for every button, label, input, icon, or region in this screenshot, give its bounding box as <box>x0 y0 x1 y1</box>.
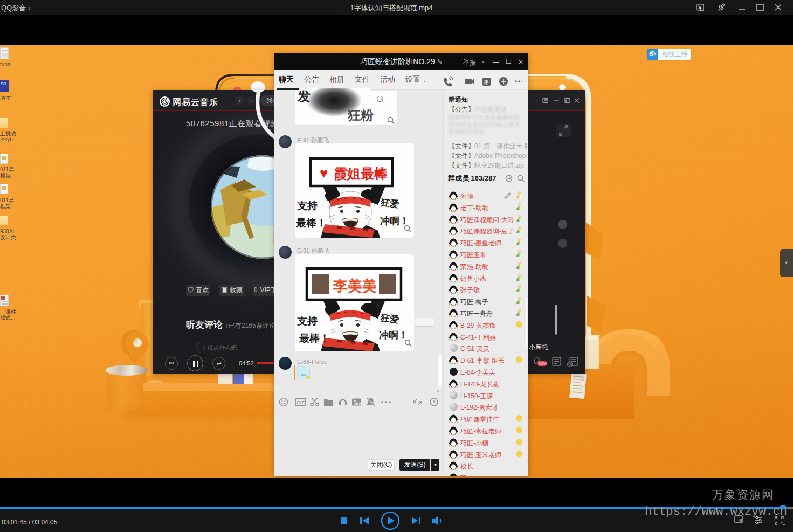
svg-text:霞姐最棒: 霞姐最棒 <box>334 166 388 181</box>
svg-text:最棒！: 最棒！ <box>295 217 327 229</box>
svg-text:NEW: NEW <box>539 362 548 365</box>
svg-text:♥: ♥ <box>320 165 328 181</box>
svg-text:冲啊！: 冲啊！ <box>379 330 408 341</box>
svg-text:支持: 支持 <box>296 200 318 211</box>
svg-text:李美美: 李美美 <box>333 278 377 294</box>
svg-text:狂爱: 狂爱 <box>380 312 399 325</box>
svg-text:狂爱: 狂爱 <box>380 197 399 210</box>
svg-text:最棒！: 最棒！ <box>299 333 330 344</box>
svg-text:GIF: GIF <box>297 400 305 405</box>
svg-text:冲啊！: 冲啊！ <box>380 216 409 226</box>
svg-text:支持: 支持 <box>296 315 318 327</box>
svg-text:课: 课 <box>484 80 488 85</box>
